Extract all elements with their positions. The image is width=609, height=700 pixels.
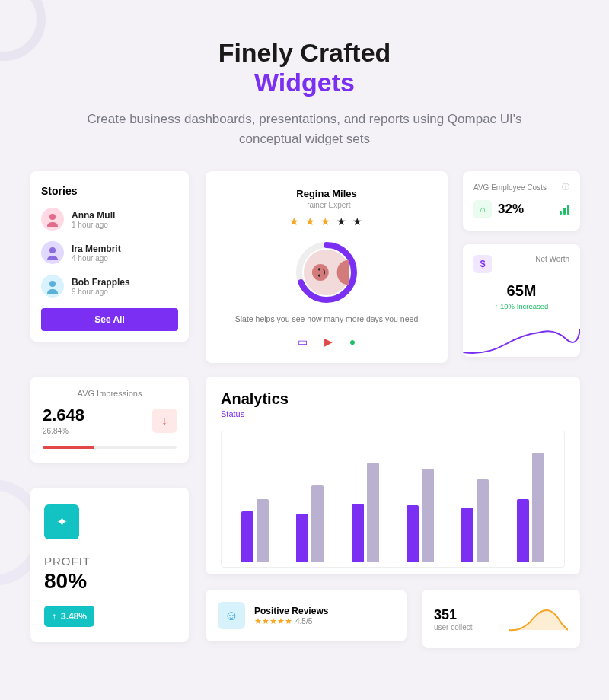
svg-point-6	[312, 264, 329, 281]
reviews-score: 4.5/5	[295, 617, 312, 625]
imp-value: 2.648	[43, 406, 84, 425]
nw-delta: ↑ 10% Increased	[473, 302, 569, 310]
reviews-card: ☺ Positive Reviews ★★★★★4.5/5	[206, 590, 407, 641]
profile-desc: Slate helps you see how many more days y…	[219, 314, 434, 323]
users-value: 351	[434, 607, 473, 623]
bar-group	[241, 499, 269, 562]
story-time: 9 hour ago	[72, 288, 130, 296]
rating-stars: ★★★★★4.5/5	[254, 616, 328, 626]
avatar-icon	[41, 275, 64, 298]
avatar-icon	[304, 250, 349, 295]
bar	[257, 499, 269, 562]
rating-stars: ★ ★ ★ ★ ★	[219, 215, 434, 228]
info-icon[interactable]: ⓘ	[562, 182, 569, 192]
bar	[477, 479, 489, 562]
profit-label: PROFIT	[44, 555, 175, 568]
bar	[241, 511, 253, 562]
svg-point-8	[318, 268, 320, 270]
svg-point-7	[318, 274, 320, 276]
profit-value: 80%	[44, 569, 175, 593]
smile-icon: ☺	[218, 602, 245, 629]
bar	[367, 463, 379, 562]
bar-group	[407, 469, 434, 562]
nw-label: Net Worth	[535, 255, 569, 263]
page-subtitle: Create business dashboards, presentation…	[61, 110, 548, 148]
story-time: 4 hour ago	[72, 254, 121, 262]
analytics-title: Analytics	[221, 390, 565, 408]
see-all-button[interactable]: See All	[41, 308, 178, 331]
net-worth-card: $ Net Worth 65M ↑ 10% Increased	[463, 244, 580, 357]
stories-card: Stories Anna Mull1 hour ago Ira Membrit4…	[30, 171, 189, 342]
employee-costs-card: AVG Employee Costs ⓘ ⌂ 32%	[463, 171, 580, 231]
bar-group	[352, 463, 379, 562]
file-plus-icon: ✦	[44, 504, 79, 539]
calendar-icon[interactable]: ▭	[298, 336, 308, 348]
story-item[interactable]: Ira Membrit4 hour ago	[41, 241, 178, 264]
profit-chip: ↑3.48%	[44, 606, 94, 627]
users-label: user collect	[434, 623, 473, 632]
bar	[352, 504, 364, 562]
profile-name: Regina Miles	[219, 188, 434, 199]
analytics-card: Analytics Status	[206, 377, 580, 574]
analytics-subtitle: Status	[221, 409, 565, 418]
profile-card: Regina Miles Trainer Expert ★ ★ ★ ★ ★ Sl…	[206, 171, 448, 363]
bar-group	[461, 479, 489, 562]
story-name: Anna Mull	[72, 210, 115, 221]
users-card: 351 user collect	[422, 590, 580, 648]
progress-ring	[294, 240, 359, 305]
chat-icon[interactable]: ●	[349, 336, 356, 348]
story-name: Ira Membrit	[72, 243, 121, 254]
progress-bar	[43, 446, 177, 449]
arrow-down-icon: ↓	[152, 409, 177, 433]
emp-title: AVG Employee Costs	[473, 183, 547, 192]
imp-pct: 26.84%	[43, 427, 84, 435]
story-name: Bob Frapples	[72, 277, 130, 288]
avatar-icon	[41, 208, 64, 231]
arrow-up-icon: ↑	[52, 611, 56, 622]
bar-group	[517, 453, 544, 562]
svg-point-0	[49, 214, 56, 220]
bar	[517, 499, 529, 562]
svg-point-2	[49, 281, 56, 287]
stories-title: Stories	[41, 185, 178, 197]
title-accent: Widgets	[254, 68, 355, 97]
story-item[interactable]: Anna Mull1 hour ago	[41, 208, 178, 231]
dollar-icon: $	[473, 255, 492, 273]
bar-group	[296, 485, 324, 562]
bar	[296, 514, 308, 562]
avatar-icon	[41, 241, 64, 264]
bar	[407, 505, 419, 562]
signal-icon	[560, 204, 569, 215]
video-icon[interactable]: ▶	[324, 336, 333, 348]
tag-icon: ⌂	[473, 200, 492, 218]
bar	[532, 453, 544, 562]
profit-delta: 3.48%	[61, 611, 87, 622]
bar	[422, 469, 434, 562]
profit-card: ✦ PROFIT 80% ↑3.48%	[30, 488, 189, 642]
impressions-card: AVG Impressions 2.648 26.84% ↓	[30, 377, 189, 463]
imp-title: AVG Impressions	[43, 389, 177, 398]
sparkline	[463, 323, 580, 357]
area-spark-icon	[509, 604, 568, 635]
hero: Finely Crafted Widgets Create business d…	[0, 0, 609, 171]
reviews-title: Positive Reviews	[254, 606, 328, 616]
page-title: Finely Crafted Widgets	[30, 38, 579, 97]
bar	[461, 508, 473, 562]
widget-grid: Stories Anna Mull1 hour ago Ira Membrit4…	[0, 171, 609, 183]
nw-value: 65M	[473, 282, 569, 300]
profile-role: Trainer Expert	[219, 201, 434, 209]
emp-value: 32%	[498, 202, 524, 217]
title-pre: Finely Crafted	[218, 38, 391, 67]
story-time: 1 hour ago	[72, 221, 115, 229]
svg-point-1	[49, 247, 56, 253]
story-item[interactable]: Bob Frapples9 hour ago	[41, 275, 178, 298]
bar-chart	[221, 431, 565, 568]
bar	[311, 485, 324, 562]
